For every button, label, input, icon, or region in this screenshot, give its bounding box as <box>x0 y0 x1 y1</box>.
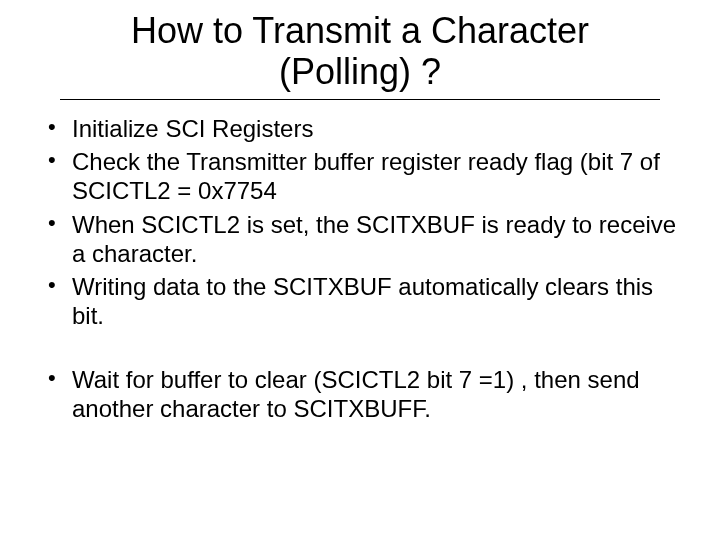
title-line-2: (Polling) ? <box>279 51 441 92</box>
list-item: Check the Transmitter buffer register re… <box>44 147 684 206</box>
bullet-text: When SCICTL2 is set, the SCITXBUF is rea… <box>72 211 676 267</box>
list-item: When SCICTL2 is set, the SCITXBUF is rea… <box>44 210 684 269</box>
bullet-text: Initialize SCI Registers <box>72 115 313 142</box>
list-item: Initialize SCI Registers <box>44 114 684 143</box>
bullet-list: Initialize SCI Registers Check the Trans… <box>36 114 684 331</box>
bullet-text: Check the Transmitter buffer register re… <box>72 148 660 204</box>
bullet-list-2: Wait for buffer to clear (SCICTL2 bit 7 … <box>36 365 684 424</box>
bullet-text: Wait for buffer to clear (SCICTL2 bit 7 … <box>72 366 640 422</box>
title-line-1: How to Transmit a Character <box>131 10 589 51</box>
list-item: Wait for buffer to clear (SCICTL2 bit 7 … <box>44 365 684 424</box>
slide: How to Transmit a Character (Polling) ? … <box>0 0 720 540</box>
slide-title: How to Transmit a Character (Polling) ? <box>60 10 660 100</box>
spacer <box>36 335 684 365</box>
list-item: Writing data to the SCITXBUF automatical… <box>44 272 684 331</box>
bullet-text: Writing data to the SCITXBUF automatical… <box>72 273 653 329</box>
